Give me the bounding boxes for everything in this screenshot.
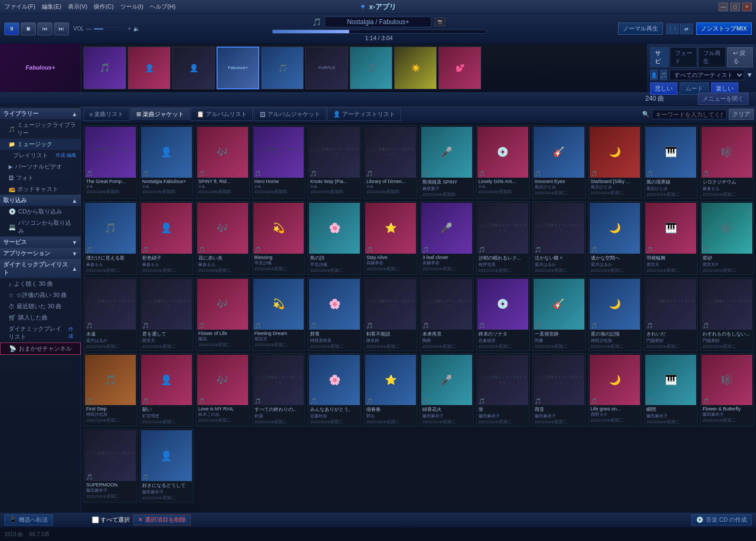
song-card[interactable]: ここに画像をドラッグ&ドロップ🎵沙耶の眠れるレク...桜井浩美2022/10/4…	[476, 201, 530, 275]
tab-album-jacket[interactable]: 🖼 アルバムジャケット	[254, 108, 326, 121]
song-card[interactable]: 👤🎵彩色硝子麻倉もも2022/10/4/星期二	[140, 201, 194, 275]
library-section-header[interactable]: ライブラリー ▲	[0, 108, 81, 119]
minimize-button[interactable]: —	[719, 3, 728, 11]
service-collapse-icon[interactable]: ▼	[72, 239, 78, 246]
song-card[interactable]: 🌸🎵みんなありがとう。近藤玲奈2022/10/4/星期二	[307, 353, 361, 427]
playlist-create-link[interactable]: 作成·編集	[56, 152, 76, 159]
album-thumb[interactable]: 👤	[172, 47, 215, 89]
service-section-header[interactable]: サービス ▼	[0, 237, 81, 248]
album-thumb[interactable]: ☀️	[394, 47, 437, 89]
window-controls[interactable]: — □ ×	[719, 3, 752, 11]
song-card[interactable]: 🎹🎵風の境界線黒石ひとみ2022/10/4/星期二	[644, 125, 698, 199]
song-card[interactable]: 🎸🎵Innocent Eyes黒石ひとみ2022/10/4/星期二	[532, 125, 586, 199]
song-card[interactable]: 🎹🎵瞬間藤田麻衣子2022/10/4/星期二	[644, 353, 698, 427]
fade-tab[interactable]: フェード	[670, 47, 698, 67]
song-card[interactable]: 🎶🎵Flower of Life陽花2022/10/4/星期二	[196, 277, 250, 351]
song-card[interactable]: 💿🎵終末のソナタ佐倉綾音2022/10/4/星期二	[476, 277, 530, 351]
song-card[interactable]: ここに画像をドラッグ&ドロップ🎵The Great Pump...V.A.202…	[83, 125, 137, 199]
app-section-header[interactable]: アプリケーション ▼	[0, 248, 81, 259]
song-card[interactable]: 🌸🎵鳥の詩早見沙織2022/10/4/星期二	[307, 201, 361, 275]
song-card[interactable]: 🎤🎵3 leaf clover高橋李依2022/10/4/星期二	[420, 201, 474, 275]
sidebar-item-recent[interactable]: ⏱ 最近聴いた 30 曲	[0, 301, 81, 312]
progress-bar[interactable]	[272, 29, 486, 34]
song-card[interactable]: 🎵🎵僕だけに見える星麻倉もも2022/10/4/星期二	[83, 201, 137, 275]
library-collapse-icon[interactable]: ▲	[72, 111, 78, 117]
back-button[interactable]: ↩ 戻る	[727, 47, 753, 67]
sidebar-item-omakase[interactable]: 📡 おまかせチャンネル	[0, 342, 81, 355]
song-card[interactable]: 🌙🎵星の海の記憶神田沙也加2022/10/4/星期二	[588, 277, 642, 351]
search-input[interactable]	[652, 110, 727, 119]
menu-edit[interactable]: 編集(E)	[42, 3, 61, 11]
dropdown-arrow-icon[interactable]: ▼	[746, 71, 753, 79]
stop-button[interactable]: ⏹	[21, 22, 36, 35]
close-button[interactable]: ×	[742, 3, 752, 11]
delete-selected-button[interactable]: ✕ 選択項目を削除	[133, 514, 191, 525]
menu-help[interactable]: ヘルプ(H)	[150, 3, 175, 11]
menu-tools[interactable]: ツール(I)	[120, 3, 143, 11]
create-link[interactable]: 作成	[68, 326, 76, 340]
import-section-header[interactable]: 取り込み ▲	[0, 195, 81, 206]
song-card[interactable]: 🎤🎵斯偀姬及 SPINY麻亜夏子2022/10/6/星期四	[420, 125, 474, 199]
full-play-tab[interactable]: フル再生	[698, 47, 726, 67]
album-thumb[interactable]: 💕	[438, 47, 481, 89]
song-card[interactable]: 🎵🎵First Step神田沙也加2022/10/4/星期二	[83, 353, 137, 427]
song-card[interactable]: 🌙🎵Life goes on...西野カナ2022/10/4/星期二	[588, 353, 642, 427]
song-card[interactable]: 🎼🎵星砂雨宮天P2022/10/4/星期二	[700, 201, 754, 275]
menu-bar[interactable]: ファイル(F) 編集(E) 表示(V) 操作(C) ツール(I) ヘルプ(H)	[4, 3, 175, 11]
song-card[interactable]: 🎶🎵SPINY ft. Rid...V.A.2022/10/6/星期四	[196, 125, 250, 199]
shuffle-button[interactable]: ⇄	[680, 24, 693, 34]
menu-file[interactable]: ファイル(F)	[4, 3, 35, 11]
song-card[interactable]: 🎼🎵シロクジチウム麻倉もも2022/10/4/星期二	[700, 125, 754, 199]
song-card[interactable]: 🎶🎵花に赤い糸麻倉もも2022/10/4/星期二	[196, 201, 250, 275]
song-card[interactable]: ⭐🎵Stay Alive高橋李依2022/10/4/星期二	[364, 201, 418, 275]
song-card[interactable]: 🎼🎵Flower & Butterfly藤田麻衣子2022/10/4/星期二	[700, 353, 754, 427]
cd-create-button[interactable]: 💿 音楽 CD の作成	[691, 514, 752, 525]
sidebar-item-top-rated[interactable]: ☆ ☆評価の高い 30 曲	[0, 289, 81, 301]
sidebar-item-podcast[interactable]: 📻 ポッドキャスト	[0, 184, 81, 195]
song-card[interactable]: ⭐🎵借春春郭沁2022/10/4/星期二	[364, 353, 418, 427]
song-card[interactable]: ここに画像をドラッグ&ドロップ🎵蛍藤田麻衣子2022/10/4/星期二	[476, 353, 530, 427]
select-all-checkbox[interactable]	[92, 516, 99, 523]
song-card[interactable]: 💫🎵Blessing早見沙織2022/10/4/星期二	[252, 201, 306, 275]
clear-button[interactable]: クリア	[729, 109, 754, 120]
song-card[interactable]: ここに画像をドラッグ&ドロップ🎵君を通して雨宮天2022/10/4/星期二	[140, 277, 194, 351]
volume-plus-icon[interactable]: +	[128, 26, 131, 32]
song-card[interactable]: 🌙🎵遙かな空間へ霜月はるか2022/10/4/星期二	[588, 201, 642, 275]
song-card[interactable]: ここに画像をドラッグ&ドロップ🎵永遠霜月はるか2022/10/4/星期二	[83, 277, 137, 351]
menu-control[interactable]: 操作(C)	[94, 3, 113, 11]
volume-minus-icon[interactable]: —	[86, 26, 91, 32]
song-card[interactable]: ここに画像をドラッグ&ドロップ🎵わすれものをしない...門脇更紗2022/10/…	[700, 277, 754, 351]
tab-artist-list[interactable]: 👤 アーティストリスト	[327, 108, 401, 121]
import-collapse-icon[interactable]: ▲	[72, 197, 78, 204]
tab-song-list[interactable]: ≡ 楽曲リスト	[83, 108, 129, 121]
album-thumb[interactable]: 👤	[128, 47, 171, 89]
song-card[interactable]: 👤🎵好きになるどうして藤田麻衣子2022/10/4/星期二	[140, 429, 194, 502]
sidebar-item-music-library[interactable]: 🎵 ミュージックライブラリー	[0, 119, 81, 139]
sidebar-item-personal-video[interactable]: ▶ パーソナルビデオ	[0, 161, 81, 172]
album-thumb-active[interactable]: Fabulous+	[217, 47, 259, 89]
dynamic-playlist-collapse-icon[interactable]: ▲	[72, 265, 78, 272]
song-card[interactable]: ここに画像をドラッグ&ドロップ🎵すべての終わりの...鈴湯2022/10/4/星…	[252, 353, 306, 427]
sidebar-item-photo[interactable]: 🖼 フォト	[0, 172, 81, 184]
song-card[interactable]: ここに画像をドラッグ&ドロップ🎵きれいだ門脇更紗2022/10/4/星期二	[644, 277, 698, 351]
album-thumb[interactable]: 🎵	[350, 47, 392, 89]
sidebar-item-playlist[interactable]: プレイリスト 作成·編集	[0, 150, 81, 161]
song-card[interactable]: 🎸🎵一直很安静阿桑2022/10/4/星期二	[532, 277, 586, 351]
album-thumb[interactable]: 🎵	[83, 47, 126, 89]
album-thumb[interactable]: PURPLE	[305, 47, 348, 89]
song-card[interactable]: 🌸🎵群青阿部美咲美2022/10/4/星期二	[307, 277, 361, 351]
device-transfer-button[interactable]: 📱 機器へ転送	[4, 514, 53, 525]
sidebar-item-top30[interactable]: ♪ よく聴く 30 曲	[0, 278, 81, 289]
prev-button[interactable]: ⏮	[37, 22, 52, 35]
tab-album-list[interactable]: 📋 アルバムリスト	[191, 108, 253, 121]
pause-button[interactable]: ⏸	[4, 22, 19, 35]
song-card[interactable]: 👤🎵願い釘宮理恵2022/10/4/星期二	[140, 353, 194, 427]
song-card[interactable]: ここに画像をドラッグ&ドロップ🎵Hero HomeV.A.2022/10/6/星…	[252, 125, 306, 199]
sidebar-item-music[interactable]: 📁 ミュージック	[0, 139, 81, 150]
artist-filter-dropdown[interactable]: すべてのアーティスト	[669, 70, 744, 80]
song-card[interactable]: 💫🎵Fleeting Dream雨宮天2022/10/4/星期二	[252, 277, 306, 351]
song-card[interactable]: 👤🎵Nostalgia Fabulous+V.A.2022/10/6/星期四	[140, 125, 194, 199]
song-card[interactable]: ここに画像をドラッグ&ドロップ🎵剣客不能説陳依婷2022/10/4/星期二	[364, 277, 418, 351]
song-card[interactable]: 💿🎵Lovely Girls Ant...V.A.2022/10/6/星期四	[476, 125, 530, 199]
album-strip[interactable]: 🎵 👤 👤 Fabulous+ 🎵 PURPLE 🎵 ☀️ 💕	[81, 44, 646, 92]
